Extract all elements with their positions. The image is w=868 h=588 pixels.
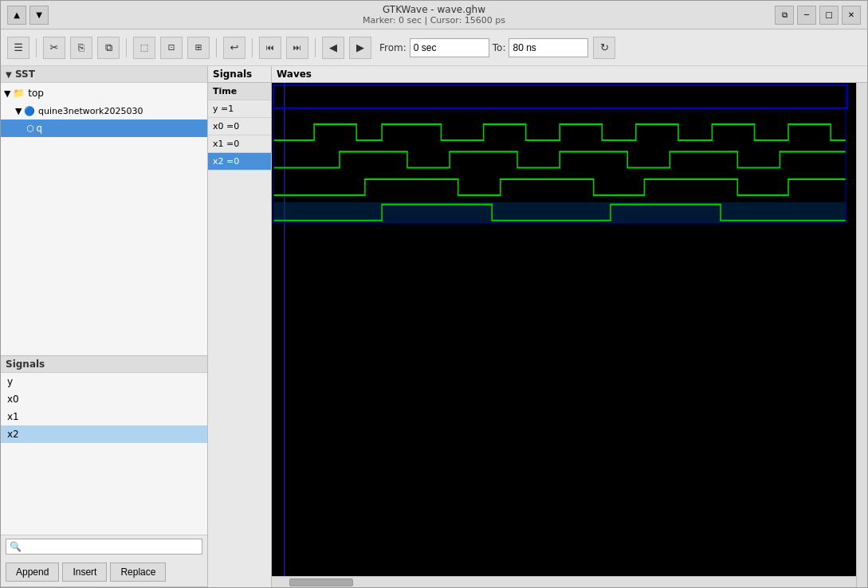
next-button[interactable]: ▶ (349, 37, 371, 59)
append-button[interactable]: Append (6, 563, 59, 582)
signal-row-x0[interactable]: x0 =0 (208, 118, 271, 135)
zoom-sel-button[interactable]: ⊞ (187, 37, 210, 59)
signals-column: Time y =1 x0 =0 x1 =0 x2 =0 (208, 83, 272, 587)
signal-x2-label: x2 =0 (213, 156, 239, 167)
tree-label-quine3: 🔵 quine3network2025030 (24, 106, 143, 116)
signal-item-x0[interactable]: x0 (1, 390, 207, 408)
tree-area[interactable]: ▼ 📁 top ▼ 🔵 quine3network2025030 ⬡ q (1, 83, 207, 355)
waveform-svg (272, 83, 856, 576)
signal-icon: ⬡ (26, 123, 34, 134)
replace-button[interactable]: Replace (110, 563, 166, 582)
signals-section: Signals y x0 x1 x2 (1, 356, 207, 587)
signal-time-label: Time (213, 86, 237, 96)
separator-5 (315, 38, 316, 57)
signal-item-x2[interactable]: x2 (1, 425, 207, 443)
signal-x1-label: x1 =0 (213, 139, 239, 149)
separator-1 (36, 38, 37, 57)
zoom-fit-button[interactable]: ⊡ (160, 37, 183, 59)
signals-col-header: Signals (208, 66, 272, 82)
expand-button[interactable]: ▼ (29, 6, 49, 25)
search-input[interactable] (25, 541, 198, 552)
main-area: ▼ SST ▼ 📁 top ▼ 🔵 quine3network2025030 ⬡… (1, 66, 867, 587)
from-label: From: (379, 42, 407, 53)
insert-button[interactable]: Insert (62, 563, 107, 582)
sst-panel: ▼ SST ▼ 📁 top ▼ 🔵 quine3network2025030 ⬡… (1, 66, 207, 356)
to-input[interactable] (509, 38, 588, 57)
h-scrollbar-thumb[interactable] (289, 578, 353, 586)
select-button[interactable]: ⬚ (133, 37, 155, 59)
h-scrollbar[interactable] (272, 576, 856, 587)
waves-col-header: Waves (272, 66, 867, 82)
collapse-button[interactable]: ▲ (7, 6, 26, 25)
first-button[interactable]: ⏮ (259, 37, 281, 59)
signal-label-x2: x2 (7, 429, 19, 440)
right-panel: Signals Waves Time y =1 x0 =0 (208, 66, 867, 587)
menu-button[interactable]: ☰ (7, 37, 29, 59)
signal-label-x1: x1 (7, 411, 19, 422)
to-label: To: (493, 42, 506, 53)
tree-item-quine3[interactable]: ▼ 🔵 quine3network2025030 (1, 102, 207, 120)
signal-row-x2[interactable]: x2 =0 (208, 153, 271, 171)
cut-button[interactable]: ✂ (43, 37, 65, 59)
signal-label-y: y (7, 376, 13, 387)
title-bar-left: ▲ ▼ (7, 6, 49, 25)
signals-list[interactable]: y x0 x1 x2 (1, 373, 207, 535)
refresh-button[interactable]: ↻ (593, 37, 615, 59)
undo-button[interactable]: ↩ (223, 37, 245, 59)
waves-header-row: Signals Waves (208, 66, 867, 83)
copy-button[interactable]: ⎘ (70, 37, 92, 59)
time-range: From: To: (379, 38, 588, 57)
search-icon: 🔍 (10, 541, 22, 552)
separator-4 (252, 38, 253, 57)
search-bar: 🔍 (1, 535, 207, 558)
folder-icon: ▼ (4, 88, 10, 99)
paste-button[interactable]: ⧉ (97, 37, 120, 59)
main-window: ▲ ▼ GTKWave - wave.ghw Marker: 0 sec | C… (0, 0, 868, 588)
window-title: GTKWave - wave.ghw (363, 4, 505, 15)
bottom-buttons: Append Insert Replace (1, 558, 207, 586)
title-bar: ▲ ▼ GTKWave - wave.ghw Marker: 0 sec | C… (1, 1, 867, 29)
waveform-area[interactable] (272, 83, 856, 576)
next-multi-button[interactable]: ⏭ (286, 37, 308, 59)
sst-header: ▼ SST (1, 66, 207, 83)
signal-item-y[interactable]: y (1, 373, 207, 390)
maximize-button[interactable]: □ (819, 6, 839, 25)
signal-row-y[interactable]: y =1 (208, 100, 271, 118)
title-bar-center: GTKWave - wave.ghw Marker: 0 sec | Curso… (363, 4, 505, 25)
window-controls: ⧉ ─ □ ✕ (775, 6, 861, 25)
signals-section-header: Signals (1, 356, 207, 373)
signal-row-time: Time (208, 83, 271, 100)
right-inner (272, 83, 856, 587)
from-input[interactable] (410, 38, 489, 57)
signal-row-x1[interactable]: x1 =0 (208, 135, 271, 153)
restore-button[interactable]: ⧉ (775, 6, 794, 25)
signal-y-label: y =1 (213, 104, 234, 114)
v-scrollbar[interactable] (856, 83, 867, 587)
separator-2 (126, 38, 127, 57)
window-subtitle: Marker: 0 sec | Cursor: 15600 ps (363, 15, 505, 25)
tree-label-q: q (37, 123, 43, 134)
folder-icon-2: ▼ (15, 106, 22, 116)
search-input-wrap: 🔍 (6, 539, 202, 555)
signal-x0-label: x0 =0 (213, 121, 239, 131)
toolbar: ☰ ✂ ⎘ ⧉ ⬚ ⊡ ⊞ ↩ ⏮ ⏭ ◀ ▶ From: To: ↻ (1, 29, 867, 66)
signal-label-x0: x0 (7, 394, 19, 405)
separator-3 (216, 38, 217, 57)
tree-label-top: 📁 top (13, 88, 43, 99)
tree-item-top[interactable]: ▼ 📁 top (1, 84, 207, 102)
minimize-button[interactable]: ─ (797, 6, 816, 25)
close-button[interactable]: ✕ (842, 6, 861, 25)
left-panel: ▼ SST ▼ 📁 top ▼ 🔵 quine3network2025030 ⬡… (1, 66, 208, 587)
main-waves-row: Time y =1 x0 =0 x1 =0 x2 =0 (208, 83, 867, 587)
tree-item-q[interactable]: ⬡ q (1, 120, 207, 137)
signal-item-x1[interactable]: x1 (1, 408, 207, 425)
svg-rect-0 (272, 83, 856, 576)
prev-button[interactable]: ◀ (322, 37, 344, 59)
